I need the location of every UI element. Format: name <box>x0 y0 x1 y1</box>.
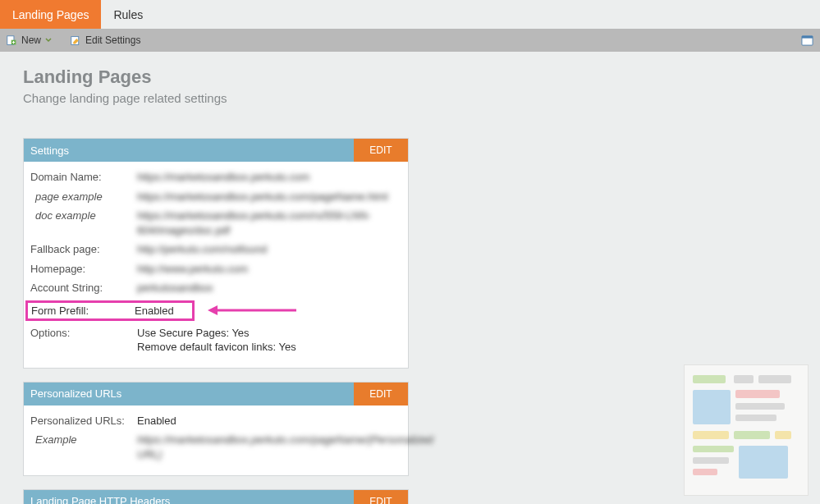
layout-preview <box>684 364 809 496</box>
calendar-button[interactable] <box>801 34 813 48</box>
domain-value: https://marketosandbox.perkuto.com <box>137 170 401 185</box>
homepage-value: http://www.perkuto.com <box>137 262 401 277</box>
panel-headers: Landing Page HTTP Headers EDIT Strict-Tr… <box>23 489 409 504</box>
edit-settings-icon <box>71 35 81 46</box>
page-subtitle: Change landing page related settings <box>23 91 797 105</box>
fallback-value: http://perkuto.com/notfound <box>137 242 401 257</box>
svg-rect-4 <box>802 36 813 39</box>
new-label: New <box>21 34 41 46</box>
purls-enabled-label: Personalized URLs: <box>30 414 137 428</box>
page-example-label: page example <box>30 190 137 204</box>
chevron-down-icon <box>44 36 53 44</box>
edit-button-settings[interactable]: EDIT <box>354 139 408 162</box>
doc-example-value: https://marketosandbox.perkuto.com/rs/55… <box>137 208 401 237</box>
new-button[interactable]: New <box>7 34 53 46</box>
form-prefill-highlight: Form Prefill: Enabled <box>25 300 195 321</box>
account-label: Account String: <box>30 281 137 296</box>
tab-landing-pages[interactable]: Landing Pages <box>0 0 101 29</box>
options-line2: Remove default favicon links: Yes <box>137 340 401 355</box>
doc-example-label: doc example <box>30 208 137 237</box>
edit-button-headers[interactable]: EDIT <box>354 490 408 504</box>
annotation-arrow <box>206 303 296 318</box>
edit-settings-label: Edit Settings <box>85 34 140 46</box>
edit-settings-button[interactable]: Edit Settings <box>71 34 140 46</box>
fallback-label: Fallback page: <box>30 242 137 257</box>
tab-rules[interactable]: Rules <box>101 0 155 29</box>
panel-settings: Settings EDIT Domain Name:https://market… <box>23 138 409 369</box>
panel-purls: Personalized URLs EDIT Personalized URLs… <box>23 382 409 476</box>
domain-label: Domain Name: <box>30 170 137 185</box>
options-line1: Use Secure Pages: Yes <box>137 326 401 341</box>
options-label: Options: <box>30 326 137 355</box>
arrow-left-icon <box>206 303 296 318</box>
account-value: perkutosandbox <box>137 281 401 296</box>
new-page-icon <box>7 35 17 46</box>
panel-settings-title: Settings <box>24 139 354 162</box>
purls-enabled-value: Enabled <box>137 414 401 428</box>
purls-example-label: Example <box>30 433 137 461</box>
form-prefill-label: Form Prefill: <box>31 305 135 317</box>
toolbar: New Edit Settings <box>0 29 820 52</box>
page-title: Landing Pages <box>23 66 797 88</box>
form-prefill-value: Enabled <box>135 305 174 317</box>
calendar-icon <box>801 34 813 46</box>
panel-purls-title: Personalized URLs <box>24 383 354 405</box>
page-example-value: https://marketosandbox.perkuto.com/pageN… <box>137 190 401 204</box>
panel-headers-title: Landing Page HTTP Headers <box>24 490 354 504</box>
homepage-label: Homepage: <box>30 262 137 277</box>
purls-example-value: https://marketosandbox.perkuto.com/pageN… <box>137 433 433 461</box>
edit-button-purls[interactable]: EDIT <box>354 383 408 405</box>
options-value: Use Secure Pages: Yes Remove default fav… <box>137 326 401 355</box>
top-tabs: Landing Pages Rules <box>0 0 820 29</box>
page-header: Landing Pages Change landing page relate… <box>0 52 820 138</box>
